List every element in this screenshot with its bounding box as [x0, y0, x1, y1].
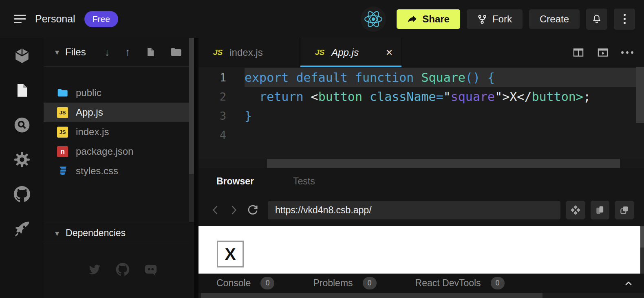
- problems-tab[interactable]: Problems 0: [313, 277, 376, 289]
- tab-browser[interactable]: Browser: [216, 176, 254, 187]
- open-preview-icon[interactable]: [597, 47, 609, 58]
- fork-label: Fork: [492, 13, 512, 25]
- console-tab[interactable]: Console 0: [216, 277, 274, 289]
- square-button[interactable]: X: [217, 241, 244, 267]
- tab-app-js[interactable]: JS App.js ×: [300, 38, 402, 67]
- forward-icon[interactable]: [225, 201, 243, 219]
- editor-more-icon[interactable]: [621, 51, 633, 54]
- codesandbox-app: Personal Free Share: [0, 0, 644, 298]
- duplicate-preview-icon[interactable]: [615, 201, 634, 219]
- back-icon[interactable]: [206, 201, 225, 219]
- js-tab-icon: JS: [315, 48, 324, 57]
- share-button[interactable]: Share: [397, 9, 460, 29]
- social-links: [44, 263, 189, 276]
- fork-button[interactable]: Fork: [467, 9, 523, 29]
- file-row-index-js[interactable]: JS index.js: [44, 122, 194, 142]
- dependencies-section-header[interactable]: ▾ Dependencies: [44, 222, 189, 244]
- devtools-scrollbar-thumb[interactable]: [201, 293, 543, 298]
- folder-icon: [57, 88, 68, 99]
- close-tab-icon[interactable]: ×: [386, 47, 393, 58]
- js-file-icon: JS: [57, 107, 68, 118]
- files-scrollbar-thumb[interactable]: [189, 38, 194, 174]
- new-folder-icon[interactable]: [170, 47, 182, 57]
- twitter-icon[interactable]: [87, 263, 102, 276]
- more-options-button[interactable]: [614, 9, 635, 30]
- create-button[interactable]: Create: [529, 9, 580, 29]
- bell-icon: [591, 14, 602, 24]
- code-editor[interactable]: 1 export default function Square() { 2 r…: [198, 67, 644, 168]
- line-number: 4: [198, 129, 245, 141]
- files-panel: ▾ Files ↓ ↑ public JS App.js: [44, 38, 194, 298]
- files-panel-title: Files: [65, 46, 86, 58]
- search-icon[interactable]: [13, 117, 31, 133]
- new-file-icon[interactable]: [146, 47, 155, 57]
- tab-index-js[interactable]: JS index.js: [198, 38, 300, 67]
- fork-icon: [477, 14, 487, 24]
- kebab-menu-icon: [624, 14, 626, 24]
- js-tab-icon: JS: [213, 48, 223, 57]
- file-row-app-js[interactable]: JS App.js: [44, 103, 194, 122]
- browser-panel: Browser Tests: [198, 168, 644, 298]
- file-tree: public JS App.js JS index.js n package.j…: [44, 67, 194, 181]
- url-input[interactable]: [268, 201, 560, 219]
- console-count-badge: 0: [260, 277, 274, 289]
- editor-horizontal-scrollbar-thumb[interactable]: [267, 159, 620, 168]
- files-scrollbar[interactable]: [189, 38, 194, 222]
- preview-settings-button[interactable]: [566, 201, 585, 219]
- react-devtools-tab[interactable]: React DevTools 0: [415, 277, 505, 289]
- dependencies-collapse-icon: ▾: [55, 228, 59, 238]
- download-icon[interactable]: ↓: [104, 46, 110, 59]
- file-row-public[interactable]: public: [44, 83, 194, 103]
- github-icon[interactable]: [13, 186, 31, 202]
- code-line[interactable]: 4: [198, 125, 636, 145]
- editor-horizontal-scrollbar[interactable]: [198, 159, 644, 168]
- editor-tabbar: JS index.js JS App.js ×: [198, 38, 644, 67]
- discord-icon[interactable]: [143, 263, 158, 276]
- refresh-icon[interactable]: [243, 201, 262, 219]
- line-number: 3: [198, 110, 245, 122]
- line-number: 2: [198, 90, 245, 103]
- code-line[interactable]: 3 }: [198, 106, 636, 125]
- editor-tab-actions: [572, 38, 644, 67]
- devtools-bar: Console 0 Problems 0 React DevTools 0: [198, 274, 644, 293]
- deployment-rocket-icon[interactable]: [13, 221, 31, 237]
- files-collapse-icon[interactable]: ▾: [55, 47, 59, 57]
- tab-label: index.js: [229, 47, 262, 58]
- browser-preview: X: [198, 226, 640, 274]
- settings-gear-icon[interactable]: [13, 151, 31, 168]
- file-row-styles-css[interactable]: styles.css: [44, 161, 194, 181]
- tab-label: App.js: [331, 47, 359, 58]
- create-label: Create: [540, 13, 569, 25]
- browser-panel-tabs: Browser Tests: [198, 168, 644, 194]
- browser-toolbar: [198, 194, 644, 226]
- file-explorer-icon[interactable]: [13, 82, 31, 99]
- file-row-package-json[interactable]: n package.json: [44, 142, 194, 161]
- devtools-scrollbar[interactable]: [198, 293, 644, 298]
- file-name: package.json: [76, 146, 133, 157]
- expand-devtools-icon[interactable]: [624, 280, 633, 286]
- workspace-name[interactable]: Personal: [35, 13, 75, 25]
- notifications-button[interactable]: [586, 9, 607, 30]
- code-line[interactable]: 2 return <button className="square">X</b…: [198, 87, 636, 106]
- share-icon: [407, 15, 417, 23]
- header-right: Share Fork Create: [361, 7, 635, 32]
- css-file-icon: [57, 166, 68, 177]
- problems-count-badge: 0: [363, 277, 377, 289]
- code-line[interactable]: 1 export default function Square() {: [198, 68, 636, 87]
- npm-file-icon: n: [57, 146, 68, 157]
- menu-icon[interactable]: [14, 15, 26, 23]
- plan-badge: Free: [84, 11, 118, 27]
- github-link-icon[interactable]: [116, 263, 130, 276]
- tab-tests[interactable]: Tests: [293, 176, 315, 187]
- editor-vertical-scrollbar-thumb[interactable]: [636, 67, 644, 123]
- file-name: index.js: [76, 126, 109, 138]
- preview-scrollbar-thumb[interactable]: [640, 226, 644, 248]
- sandbox-info-icon[interactable]: [13, 48, 31, 64]
- preview-scrollbar[interactable]: [640, 226, 644, 274]
- dependencies-title: Dependencies: [66, 228, 126, 239]
- activity-rail: [0, 38, 44, 298]
- upload-icon[interactable]: ↑: [125, 46, 131, 59]
- open-in-new-window-icon[interactable]: [591, 201, 609, 219]
- split-view-icon[interactable]: [572, 47, 584, 58]
- top-header: Personal Free Share: [0, 0, 644, 38]
